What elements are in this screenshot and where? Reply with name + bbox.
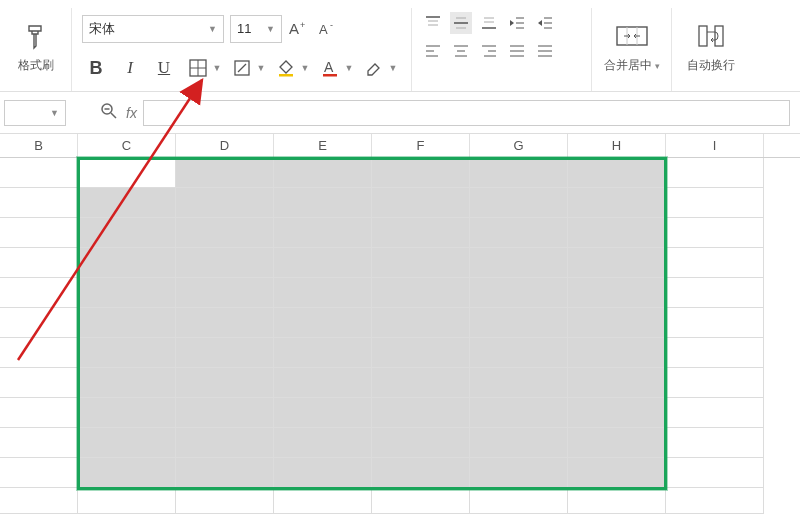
decrease-font-button[interactable]: A- <box>318 16 342 42</box>
chevron-down-icon[interactable]: ▼ <box>212 55 222 81</box>
cell[interactable] <box>274 458 372 488</box>
cell[interactable] <box>470 308 568 338</box>
cell[interactable] <box>78 188 176 218</box>
cell[interactable] <box>78 458 176 488</box>
cell[interactable] <box>0 368 78 398</box>
cell[interactable] <box>274 368 372 398</box>
col-header[interactable]: E <box>274 134 372 157</box>
align-right-button[interactable] <box>478 40 500 62</box>
chevron-down-icon[interactable]: ▼ <box>388 55 398 81</box>
cell[interactable] <box>372 248 470 278</box>
cell[interactable] <box>372 158 470 188</box>
cell[interactable] <box>470 398 568 428</box>
cell[interactable] <box>78 278 176 308</box>
cell[interactable] <box>372 278 470 308</box>
cell[interactable] <box>568 488 666 514</box>
cell[interactable] <box>666 188 764 218</box>
merge-center-group[interactable]: 合并居中▾ <box>592 8 672 91</box>
cell[interactable] <box>78 158 176 188</box>
font-size-combo[interactable]: 11 ▼ <box>230 15 282 43</box>
cell[interactable] <box>0 248 78 278</box>
italic-button[interactable]: I <box>116 55 144 81</box>
cell[interactable] <box>176 188 274 218</box>
cell[interactable] <box>78 218 176 248</box>
cell[interactable] <box>274 338 372 368</box>
cell[interactable] <box>0 158 78 188</box>
cell[interactable] <box>666 428 764 458</box>
font-color-button[interactable]: A ▼ <box>316 55 354 81</box>
cell[interactable] <box>274 218 372 248</box>
cell[interactable] <box>666 158 764 188</box>
cell[interactable] <box>470 368 568 398</box>
cell[interactable] <box>470 188 568 218</box>
cell[interactable] <box>78 308 176 338</box>
spreadsheet-grid[interactable]: B C D E F G H I <box>0 134 800 514</box>
col-header[interactable]: G <box>470 134 568 157</box>
chevron-down-icon[interactable]: ▼ <box>256 55 266 81</box>
cell[interactable] <box>0 488 78 514</box>
increase-indent-button[interactable] <box>534 12 556 34</box>
cell[interactable] <box>568 428 666 458</box>
cell[interactable] <box>568 398 666 428</box>
cell[interactable] <box>78 488 176 514</box>
font-name-combo[interactable]: 宋体 ▼ <box>82 15 224 43</box>
cell[interactable] <box>470 218 568 248</box>
cell[interactable] <box>0 218 78 248</box>
cell[interactable] <box>176 248 274 278</box>
cell[interactable] <box>470 158 568 188</box>
decrease-indent-button[interactable] <box>506 12 528 34</box>
cell[interactable] <box>666 218 764 248</box>
cell[interactable] <box>372 488 470 514</box>
cell[interactable] <box>372 218 470 248</box>
cell[interactable] <box>176 488 274 514</box>
cell[interactable] <box>666 488 764 514</box>
cell[interactable] <box>568 368 666 398</box>
border-button[interactable]: ▼ <box>184 55 222 81</box>
col-header[interactable]: I <box>666 134 764 157</box>
cell[interactable] <box>176 428 274 458</box>
cell[interactable] <box>0 188 78 218</box>
cell[interactable] <box>78 338 176 368</box>
cell[interactable] <box>274 188 372 218</box>
cell[interactable] <box>666 398 764 428</box>
cell[interactable] <box>274 248 372 278</box>
align-middle-button[interactable] <box>450 12 472 34</box>
underline-button[interactable]: U <box>150 55 178 81</box>
cell[interactable] <box>372 308 470 338</box>
cell[interactable] <box>372 188 470 218</box>
cell[interactable] <box>0 338 78 368</box>
col-header[interactable]: D <box>176 134 274 157</box>
fill-color-button[interactable]: ▼ <box>272 55 310 81</box>
cell[interactable] <box>176 158 274 188</box>
cell[interactable] <box>666 338 764 368</box>
col-header[interactable]: C <box>78 134 176 157</box>
chevron-down-icon[interactable]: ▼ <box>300 55 310 81</box>
format-painter-icon[interactable] <box>21 23 51 53</box>
cell[interactable] <box>176 308 274 338</box>
cell[interactable] <box>78 398 176 428</box>
col-header[interactable]: B <box>0 134 78 157</box>
cell[interactable] <box>176 398 274 428</box>
name-box[interactable]: ▼ <box>4 100 66 126</box>
cell[interactable] <box>372 338 470 368</box>
cell[interactable] <box>274 398 372 428</box>
cell[interactable] <box>470 338 568 368</box>
cell[interactable] <box>372 398 470 428</box>
cell[interactable] <box>470 248 568 278</box>
col-header[interactable]: H <box>568 134 666 157</box>
cell[interactable] <box>78 428 176 458</box>
cell[interactable] <box>78 248 176 278</box>
cell[interactable] <box>372 428 470 458</box>
cell[interactable] <box>666 308 764 338</box>
cell[interactable] <box>470 278 568 308</box>
cell[interactable] <box>0 398 78 428</box>
cell[interactable] <box>176 458 274 488</box>
zoom-out-icon[interactable] <box>100 102 118 124</box>
clear-format-button[interactable]: ▼ <box>360 55 398 81</box>
align-center-button[interactable] <box>450 40 472 62</box>
cell[interactable] <box>274 278 372 308</box>
cell-style-button[interactable]: ▼ <box>228 55 266 81</box>
cell[interactable] <box>176 338 274 368</box>
align-distribute-button[interactable] <box>534 40 556 62</box>
cell[interactable] <box>470 458 568 488</box>
